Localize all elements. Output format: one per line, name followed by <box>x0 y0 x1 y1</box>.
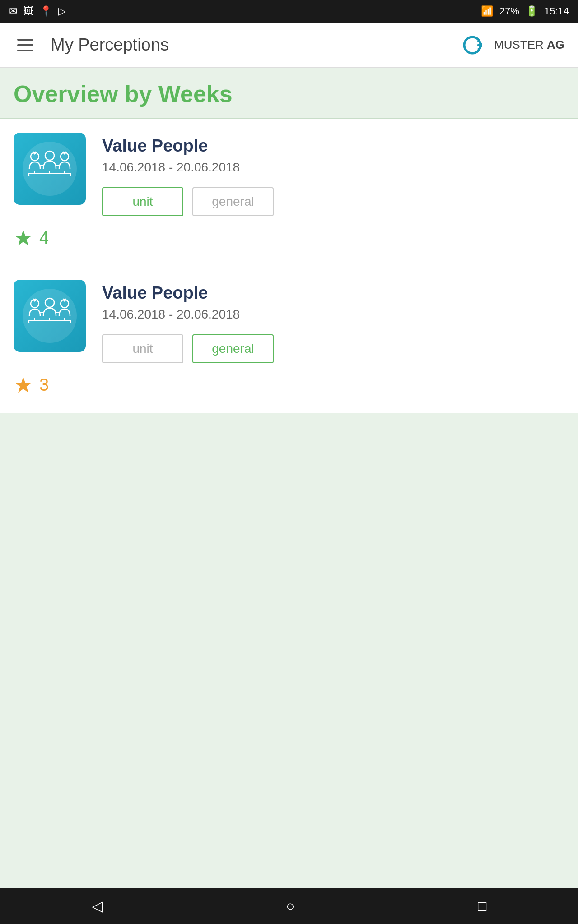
section-header: Overview by Weeks <box>0 68 578 119</box>
svg-point-12 <box>45 298 54 307</box>
hamburger-line-2 <box>17 44 33 46</box>
card-inner-2: Value People 14.06.2018 - 20.06.2018 uni… <box>14 280 564 363</box>
muster-ag-logo-icon <box>462 34 489 56</box>
content-area: Value People 14.06.2018 - 20.06.2018 uni… <box>0 119 578 888</box>
recent-button[interactable]: □ <box>464 893 500 919</box>
navbar-title: My Perceptions <box>51 35 169 55</box>
value-people-icon-2 <box>25 296 75 336</box>
perception-card-2: Value People 14.06.2018 - 20.06.2018 uni… <box>0 266 578 413</box>
hamburger-line-3 <box>17 50 33 51</box>
card-date-1: 14.06.2018 - 20.06.2018 <box>102 160 564 175</box>
location-icon: 📍 <box>40 5 52 17</box>
card-buttons-2: unit general <box>102 334 564 363</box>
image-icon: 🖼 <box>23 5 33 17</box>
svg-rect-16 <box>28 320 71 323</box>
card-name-2: Value People <box>102 283 564 303</box>
hamburger-line-1 <box>17 39 33 41</box>
card-bottom-2: ★ 3 <box>14 372 564 397</box>
svg-point-1 <box>477 44 480 46</box>
star-icon-2: ★ <box>14 372 33 397</box>
status-bar: ✉ 🖼 📍 ▷ 📶 27% 🔋 15:14 <box>0 0 578 23</box>
card-details-2: Value People 14.06.2018 - 20.06.2018 uni… <box>102 280 564 363</box>
card-name-1: Value People <box>102 136 564 156</box>
card-bottom-1: ★ 4 <box>14 225 564 250</box>
general-button-1[interactable]: general <box>192 187 274 216</box>
back-button[interactable]: ◁ <box>78 893 117 919</box>
navbar: My Perceptions MUSTER AG <box>0 23 578 68</box>
card-buttons-1: unit general <box>102 187 564 216</box>
svg-rect-7 <box>28 173 71 176</box>
hamburger-menu[interactable] <box>14 35 37 55</box>
card-date-2: 14.06.2018 - 20.06.2018 <box>102 307 564 322</box>
bottom-nav: ◁ ○ □ <box>0 888 578 924</box>
navbar-logo: MUSTER AG <box>462 34 564 56</box>
cast-icon: ▷ <box>58 5 66 17</box>
clock: 15:14 <box>544 5 569 17</box>
value-people-icon-1 <box>25 148 75 189</box>
status-icons-left: ✉ 🖼 📍 ▷ <box>9 5 66 17</box>
battery-level: 27% <box>499 5 519 17</box>
card-image-2 <box>14 280 86 352</box>
perception-card-1: Value People 14.06.2018 - 20.06.2018 uni… <box>0 119 578 266</box>
unit-button-1[interactable]: unit <box>102 187 183 216</box>
card-details-1: Value People 14.06.2018 - 20.06.2018 uni… <box>102 133 564 216</box>
star-icon-1: ★ <box>14 225 33 250</box>
mail-icon: ✉ <box>9 5 17 17</box>
home-button[interactable]: ○ <box>272 893 308 919</box>
navbar-left: My Perceptions <box>14 35 169 55</box>
card-inner-1: Value People 14.06.2018 - 20.06.2018 uni… <box>14 133 564 216</box>
battery-icon: 🔋 <box>526 5 538 17</box>
card-image-1 <box>14 133 86 205</box>
star-count-2: 3 <box>39 375 49 395</box>
wifi-icon: 📶 <box>481 5 493 17</box>
unit-button-2[interactable]: unit <box>102 334 183 363</box>
status-icons-right: 📶 27% 🔋 15:14 <box>481 5 569 17</box>
section-title: Overview by Weeks <box>14 80 564 107</box>
star-count-1: 4 <box>39 228 49 248</box>
svg-point-3 <box>45 151 54 160</box>
general-button-2[interactable]: general <box>192 334 274 363</box>
logo-text: MUSTER AG <box>494 38 564 52</box>
